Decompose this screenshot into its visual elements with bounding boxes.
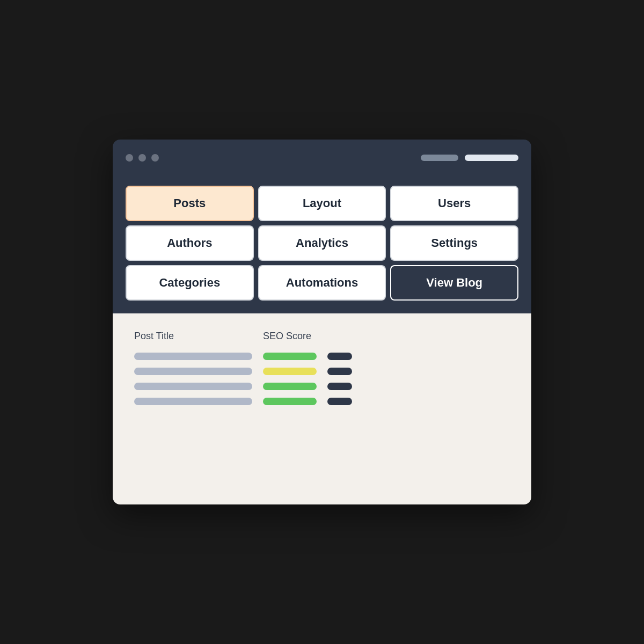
nav-button-analytics[interactable]: Analytics [258, 225, 386, 261]
app-window: Posts Layout Users Authors Analytics Set… [113, 140, 531, 504]
traffic-lights [126, 154, 159, 162]
table-row [130, 398, 514, 405]
action-bar [327, 353, 352, 360]
action-bar [327, 398, 352, 405]
nav-grid: Posts Layout Users Authors Analytics Set… [126, 186, 518, 301]
nav-button-layout[interactable]: Layout [258, 186, 386, 221]
traffic-light-2 [138, 154, 146, 162]
nav-button-categories[interactable]: Categories [126, 265, 254, 301]
titlebar-right [421, 155, 518, 161]
seo-score-bar [263, 368, 317, 375]
table-header: Post Title SEO Score [130, 331, 514, 342]
post-title-bar [134, 368, 252, 375]
nav-button-automations[interactable]: Automations [258, 265, 386, 301]
column-header-seo-score: SEO Score [263, 331, 360, 342]
post-title-bar [134, 383, 252, 390]
table-row [130, 383, 514, 390]
table-row [130, 368, 514, 375]
traffic-light-1 [126, 154, 133, 162]
seo-score-bar [263, 353, 317, 360]
nav-button-view-blog[interactable]: View Blog [390, 265, 518, 301]
table-rows [130, 353, 514, 405]
traffic-light-3 [151, 154, 159, 162]
content-area: Post Title SEO Score [113, 313, 531, 504]
action-bar [327, 383, 352, 390]
titlebar-pill-short [421, 155, 458, 161]
nav-button-users[interactable]: Users [390, 186, 518, 221]
post-title-bar [134, 398, 252, 405]
seo-score-bar [263, 383, 317, 390]
nav-area: Posts Layout Users Authors Analytics Set… [113, 176, 531, 313]
post-title-bar [134, 353, 252, 360]
titlebar [113, 140, 531, 176]
nav-button-settings[interactable]: Settings [390, 225, 518, 261]
nav-button-authors[interactable]: Authors [126, 225, 254, 261]
action-bar [327, 368, 352, 375]
column-header-post-title: Post Title [134, 331, 263, 342]
table-row [130, 353, 514, 360]
titlebar-pill-long [465, 155, 518, 161]
seo-score-bar [263, 398, 317, 405]
nav-button-posts[interactable]: Posts [126, 186, 254, 221]
